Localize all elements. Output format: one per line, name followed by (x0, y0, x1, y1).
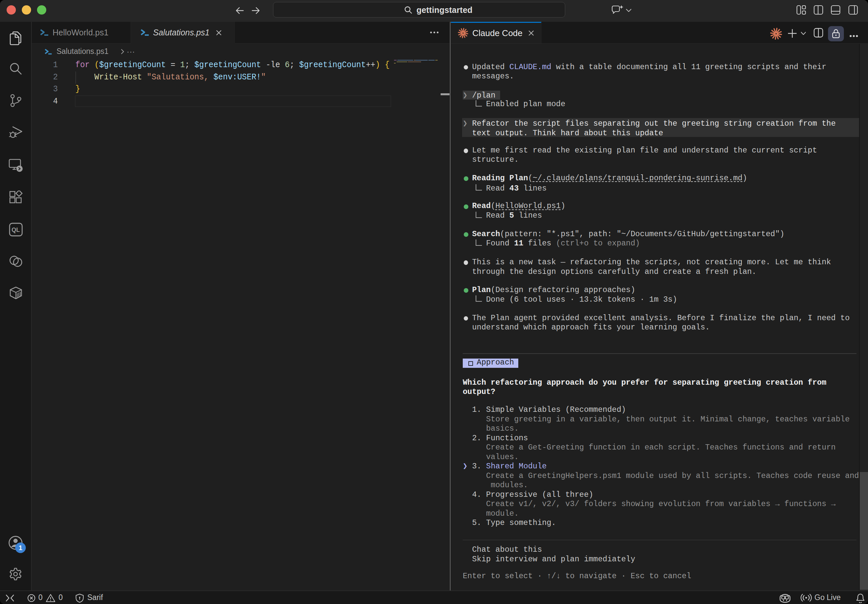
svg-text:QL: QL (12, 227, 20, 233)
